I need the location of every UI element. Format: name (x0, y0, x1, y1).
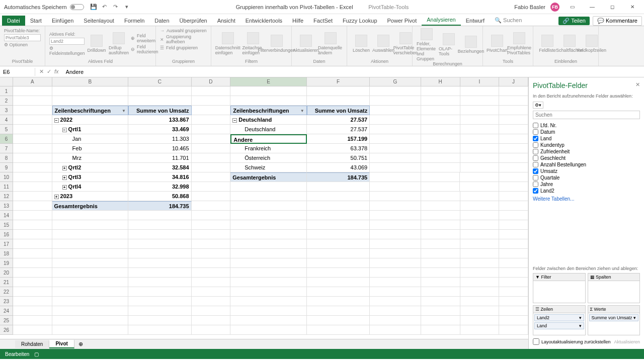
tab-ansicht[interactable]: Ansicht (212, 16, 240, 26)
expand-icon[interactable]: + (62, 175, 67, 180)
field-item[interactable]: Anzahl Bestellungen (533, 161, 640, 168)
pt-name-input[interactable]: PivotTable3 (4, 34, 41, 41)
rows-area[interactable]: ☰ Zeilen Land2▾ Land▾ (533, 305, 586, 335)
expand-field-button[interactable]: ⊕ Feld erweitern (131, 33, 158, 43)
olap-button[interactable]: OLAP-Tools (439, 33, 459, 56)
tab-analysieren[interactable]: Analysieren (422, 15, 460, 26)
field-settings-button[interactable]: ⚙ Feldeinstellungen (49, 46, 85, 56)
field-item[interactable]: Jahre (533, 181, 640, 188)
col-header-A[interactable]: A (13, 77, 52, 86)
user-avatar[interactable]: FB (550, 3, 559, 12)
refresh-button[interactable]: Aktualisieren (296, 35, 316, 53)
collapse-icon[interactable]: − (62, 128, 67, 132)
share-button[interactable]: 🔗 Teilen (558, 17, 590, 25)
col-header-F[interactable]: F (307, 77, 370, 86)
field-search-input[interactable] (533, 111, 640, 119)
minimize-icon[interactable]: — (585, 2, 600, 12)
sheet-tab-pivot[interactable]: Pivot (49, 340, 74, 348)
collapse-field-button[interactable]: ⊖ Feld reduzieren (131, 44, 158, 54)
field-checkbox[interactable] (533, 142, 538, 148)
pane-settings-icon[interactable]: ⚙▾ (533, 102, 543, 109)
select-all-corner[interactable] (0, 77, 13, 86)
clear-button[interactable]: Löschen (351, 35, 371, 53)
field-checkbox[interactable] (533, 149, 538, 154)
tab-daten[interactable]: Daten (149, 16, 174, 26)
col-header-E[interactable]: E (230, 77, 306, 86)
redo-icon[interactable]: ↷ (112, 4, 119, 11)
group-selection-button[interactable]: → Auswahl gruppieren (160, 28, 207, 33)
more-tables-link[interactable]: Weitere Tabellen... (533, 196, 640, 202)
group-field-button[interactable]: ☰ Feld gruppieren (160, 45, 207, 50)
tab-entwurf[interactable]: Entwurf (461, 16, 490, 26)
area-item[interactable]: Land2▾ (534, 314, 584, 321)
defer-layout-checkbox[interactable] (533, 338, 539, 345)
name-box[interactable]: E6 (0, 68, 35, 76)
expand-icon[interactable]: + (54, 195, 59, 199)
spreadsheet-grid[interactable]: 1 2 3 Zeilenbeschriftungen ▼ Summe von U… (0, 86, 528, 339)
relations-button[interactable]: Beziehungen (461, 36, 481, 54)
sheet-tab-rohdaten[interactable]: Rohdaten (15, 340, 49, 348)
filter-conn-button[interactable]: Filterverbindungen (266, 35, 287, 53)
autosave-toggle[interactable] (70, 4, 84, 10)
close-icon[interactable]: ✕ (625, 2, 640, 12)
col-header-B[interactable]: B (52, 77, 128, 86)
field-item[interactable]: Quartale (533, 174, 640, 181)
pivot1-rowlabel-header[interactable]: Zeilenbeschriftungen ▼ (52, 106, 128, 115)
field-item[interactable]: Zufriedenheit (533, 148, 640, 155)
selected-cell[interactable]: Andere (230, 134, 306, 144)
tab-fuzzy[interactable]: Fuzzy Lookup (338, 16, 382, 26)
tab-powerpivot[interactable]: Power Pivot (382, 16, 422, 26)
datasource-button[interactable]: Datenquelle ändern (318, 32, 343, 55)
update-button[interactable]: Aktualisieren (614, 339, 640, 344)
cancel-icon[interactable]: ✕ (39, 68, 44, 75)
field-checkbox[interactable] (533, 123, 538, 128)
formula-input[interactable] (63, 68, 644, 76)
field-checkbox[interactable] (533, 182, 538, 187)
filter-dropdown-icon[interactable]: ▼ (122, 106, 126, 115)
col-header-C[interactable]: C (128, 77, 192, 86)
col-header-D[interactable]: D (192, 77, 231, 86)
search-box[interactable]: 🔍 Suchen (490, 15, 527, 26)
filter-dropdown-icon[interactable]: ▼ (300, 106, 304, 115)
close-pane-icon[interactable]: ✕ (635, 81, 640, 89)
undo-icon[interactable]: ↶ (101, 4, 108, 11)
expand-icon[interactable]: + (62, 166, 67, 170)
new-sheet-button[interactable]: ⊕ (74, 341, 87, 347)
tab-factset[interactable]: FactSet (308, 16, 338, 26)
slicer-button[interactable]: Datenschnitt einfügen (215, 32, 240, 55)
tab-seitenlayout[interactable]: Seitenlayout (78, 16, 119, 26)
field-checkbox[interactable] (533, 175, 538, 180)
tab-formeln[interactable]: Formeln (119, 16, 149, 26)
comments-button[interactable]: 💬 Kommentare (593, 16, 642, 26)
fx-icon[interactable]: fx (54, 68, 59, 75)
enter-icon[interactable]: ✓ (47, 68, 51, 75)
save-icon[interactable]: 💾 (90, 4, 97, 11)
qat-more-icon[interactable]: ▾ (123, 4, 130, 11)
area-item[interactable]: Summe von Umsatz▾ (589, 314, 639, 321)
field-checkbox[interactable] (533, 188, 538, 194)
recommended-button[interactable]: Empfohlene PivotTables (509, 32, 529, 55)
col-header-G[interactable]: G (370, 77, 421, 86)
field-item[interactable]: Kundentyp (533, 142, 640, 148)
col-header-H[interactable]: H (421, 77, 460, 86)
field-item[interactable]: Geschlecht (533, 155, 640, 161)
drillup-button[interactable]: Drillup ausführen (109, 32, 129, 55)
tab-start[interactable]: Start (25, 16, 47, 26)
headers-toggle[interactable]: Feldkopfzeilen (582, 35, 602, 53)
field-checkbox[interactable] (533, 136, 538, 141)
field-checkbox[interactable] (533, 162, 538, 167)
ungroup-button[interactable]: ⨯ Gruppierung aufheben (160, 34, 207, 44)
tab-ueberpruefen[interactable]: Überprüfen (175, 16, 212, 26)
fieldlist-button[interactable]: Feldliste (537, 35, 557, 53)
area-item[interactable]: Land▾ (534, 322, 584, 329)
pivot2-rowlabel-header[interactable]: Zeilenbeschriftungen ▼ (230, 106, 306, 115)
field-checkbox[interactable] (533, 129, 538, 135)
field-item[interactable]: Land (533, 135, 640, 142)
tab-einfuegen[interactable]: Einfügen (47, 16, 78, 26)
macro-record-icon[interactable]: ▢ (34, 351, 39, 357)
ribbon-options-icon[interactable]: ▭ (565, 2, 580, 12)
filter-area[interactable]: ▼ Filter (533, 273, 586, 303)
pivotchart-button[interactable]: PivotChart (487, 35, 507, 53)
values-area[interactable]: Σ Werte Summe von Umsatz▾ (588, 305, 640, 335)
columns-area[interactable]: ▦ Spalten (588, 273, 640, 303)
